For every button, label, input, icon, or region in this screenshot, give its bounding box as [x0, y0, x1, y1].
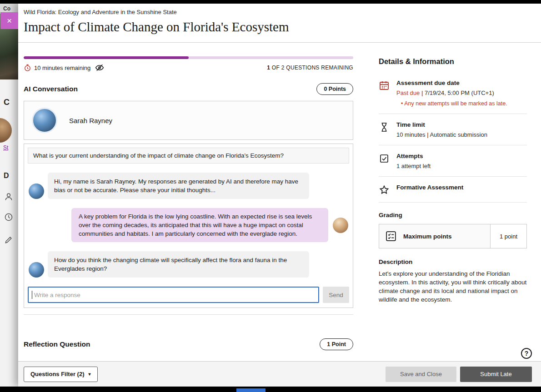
- ai-conversation-header-row: AI Conversation 0 Points: [24, 83, 353, 95]
- ai-message-bubble: How do you think the changing climate wi…: [48, 251, 309, 278]
- reflection-question-title: Reflection Question: [24, 340, 90, 348]
- due-date-item: Assessment due date Past due | 7/19/24, …: [379, 72, 527, 114]
- grading-box: Maximum points 1 point: [379, 224, 527, 248]
- save-and-close-button[interactable]: Save and Close: [386, 367, 456, 382]
- due-date-value: Past due | 7/19/24, 5:00 PM (UTC+1): [396, 89, 507, 96]
- persona-avatar: [32, 108, 57, 133]
- reflection-points-badge: 1 Point: [320, 338, 353, 350]
- screen: Co C St D × Wild Florida: Ecology and Ad…: [0, 0, 541, 392]
- clock-icon: [4, 213, 13, 222]
- time-limit-item: Time limit 10 minutes | Automatic submis…: [379, 114, 527, 145]
- reflection-question-header-row: Reflection Question 1 Point: [24, 338, 353, 350]
- submit-late-button[interactable]: Submit Late: [460, 367, 532, 382]
- chevron-down-icon: ▾: [88, 372, 90, 377]
- time-remaining-text: 10 minutes remaining: [34, 65, 90, 71]
- help-icon: ?: [525, 350, 529, 357]
- conversation-prompt: What is your current understanding of th…: [28, 148, 349, 164]
- assessment-main: 10 minutes remaining 1 OF 2 QUESTIONS RE…: [24, 56, 353, 350]
- text-cursor: [32, 291, 32, 299]
- details-heading: Details & Information: [379, 57, 527, 66]
- time-limit-label: Time limit: [396, 121, 487, 128]
- questions-filter-button[interactable]: Questions Filter (2) ▾: [24, 367, 98, 382]
- ai-message-bubble: Hi, my name is Sarah Rayney. My response…: [48, 173, 309, 199]
- attempts-value: 1 attempt left: [396, 163, 431, 169]
- underlying-heading-fragment-2: D: [4, 172, 9, 180]
- help-button[interactable]: ?: [521, 348, 532, 359]
- course-title: Wild Florida: Ecology and Adventure in t…: [24, 9, 289, 15]
- questions-remaining-label: OF 2 QUESTIONS REMAINING: [270, 65, 353, 71]
- questions-filter-label: Questions Filter (2): [30, 371, 84, 377]
- formative-item: Formative Assessment: [379, 177, 527, 203]
- due-date-label: Assessment due date: [396, 79, 507, 86]
- checkbox-icon: [379, 153, 390, 164]
- underlying-bottom-bar-fragment: [236, 388, 265, 392]
- person-icon: [4, 192, 13, 201]
- underlying-link-fragment: St: [3, 144, 8, 151]
- response-input-wrap: [28, 287, 319, 303]
- response-input-row: Send: [28, 287, 349, 303]
- user-message-bubble: A key problem for Florida is the low lyi…: [71, 208, 328, 242]
- formative-label: Formative Assessment: [396, 184, 463, 191]
- chat-message-ai: Hi, my name is Sarah Rayney. My response…: [28, 173, 349, 199]
- attempts-label: Attempts: [396, 153, 431, 159]
- underlying-avatar: [0, 118, 12, 143]
- time-limit-content: Time limit 10 minutes | Automatic submis…: [396, 121, 487, 138]
- header-divider: [18, 42, 541, 43]
- footer-actions: Save and Close Submit Late: [386, 367, 532, 382]
- chat-message-user: A key problem for Florida is the low lyi…: [28, 208, 349, 242]
- past-due-status: Past due: [396, 89, 420, 96]
- details-list: Assessment due date Past due | 7/19/24, …: [379, 72, 527, 203]
- user-avatar: [333, 218, 348, 233]
- page-title: Impact of Climate Change on Florida's Ec…: [24, 20, 289, 35]
- late-warning: Any new attempts will be marked as late.: [396, 100, 507, 107]
- ai-avatar: [29, 262, 44, 278]
- send-button[interactable]: Send: [323, 287, 349, 303]
- panel-header: Wild Florida: Ecology and Adventure in t…: [24, 9, 289, 35]
- rubric-checklist-icon: [385, 230, 397, 243]
- ai-conversation-points-badge: 0 Points: [316, 83, 353, 95]
- due-date-content: Assessment due date Past due | 7/19/24, …: [396, 79, 507, 107]
- grading-left-cell: Maximum points: [379, 224, 490, 248]
- time-progress-bar: [24, 56, 353, 59]
- maximum-points-label: Maximum points: [403, 233, 452, 240]
- underlying-page-sliver: Co C St D: [0, 4, 18, 387]
- questions-remaining: 1 OF 2 QUESTIONS REMAINING: [267, 65, 353, 71]
- conversation-card: What is your current understanding of th…: [24, 144, 353, 308]
- ai-conversation-title: AI Conversation: [24, 85, 78, 93]
- description-heading: Description: [379, 258, 527, 265]
- timer-icon: [24, 64, 31, 72]
- maximum-points-value: 1 point: [490, 224, 526, 248]
- calendar-icon: [379, 80, 390, 91]
- details-sidebar: Details & Information Assessment due dat…: [379, 57, 527, 304]
- hide-timer-toggle[interactable]: [95, 63, 104, 72]
- attempts-item: Attempts 1 attempt left: [379, 145, 527, 177]
- persona-card: Sarah Rayney: [24, 101, 353, 140]
- time-limit-value: 10 minutes | Automatic submission: [396, 131, 487, 138]
- formative-content: Formative Assessment: [396, 184, 463, 195]
- grading-heading: Grading: [379, 212, 527, 218]
- response-input[interactable]: [28, 287, 319, 303]
- chat-message-ai-2: How do you think the changing climate wi…: [28, 251, 349, 278]
- pencil-icon: [4, 235, 13, 244]
- persona-name: Sarah Rayney: [69, 117, 112, 124]
- progress-fill: [24, 56, 189, 59]
- underlying-heading-fragment: C: [4, 98, 10, 107]
- eye-slash-icon: [95, 63, 104, 72]
- hourglass-icon: [379, 122, 390, 133]
- timer-status-row: 10 minutes remaining 1 OF 2 QUESTIONS RE…: [24, 63, 353, 72]
- description-text: Let's explore your understanding of the …: [379, 269, 527, 304]
- close-panel-button[interactable]: ×: [0, 12, 18, 29]
- ai-avatar: [29, 184, 44, 199]
- attempts-content: Attempts 1 attempt left: [396, 153, 431, 169]
- star-icon: [379, 184, 390, 195]
- close-icon: ×: [7, 16, 12, 26]
- panel-footer: Questions Filter (2) ▾ Save and Close Su…: [18, 361, 541, 387]
- due-date-text: | 7/19/24, 5:00 PM (UTC+1): [420, 89, 494, 96]
- section-divider: [24, 314, 353, 315]
- assessment-panel: Wild Florida: Ecology and Adventure in t…: [18, 4, 541, 387]
